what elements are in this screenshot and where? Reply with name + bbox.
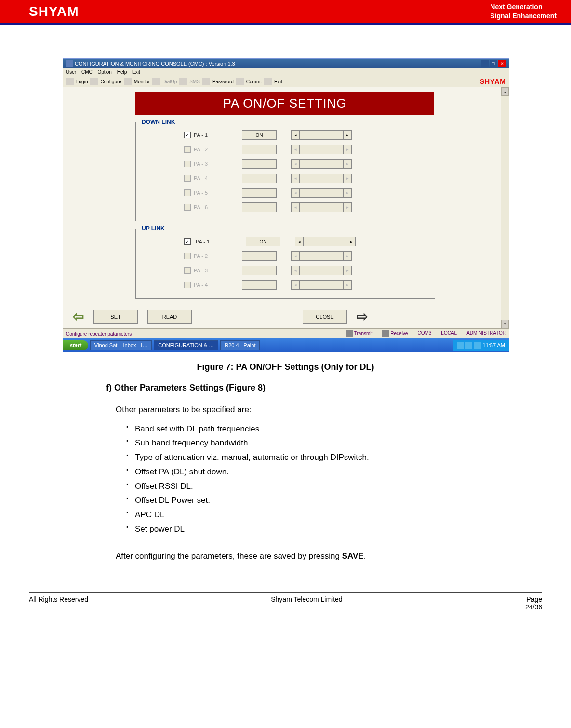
- pa-label: PA - 4: [194, 175, 227, 181]
- statusbar: Configure repeater patameters Transmit R…: [63, 328, 509, 338]
- list-item: Type of attenuation viz. manual, automat…: [135, 450, 508, 465]
- pa-status: [242, 266, 277, 275]
- figure-caption: Figure 7: PA ON/OFF Settings (Only for D…: [63, 362, 508, 372]
- password-icon[interactable]: [202, 78, 210, 85]
- slider-left-icon: ◂: [291, 145, 300, 154]
- maximize-icon[interactable]: □: [490, 60, 497, 67]
- list-item: Set power DL: [135, 522, 508, 537]
- pa-slider: ◂ ▸: [291, 202, 352, 212]
- tray-icon[interactable]: [465, 342, 472, 349]
- slider-left-icon[interactable]: ◂: [291, 130, 300, 140]
- pa-row: PA - 4 ◂ ▸: [184, 279, 425, 291]
- password-button[interactable]: Password: [212, 79, 234, 84]
- comm-button[interactable]: Comm.: [246, 79, 262, 84]
- pa-label: PA - 1: [194, 238, 231, 245]
- menu-help[interactable]: Help: [117, 69, 127, 75]
- scroll-down-icon[interactable]: ▾: [501, 320, 509, 328]
- task-item[interactable]: R20 4 - Paint: [220, 340, 260, 350]
- pa-slider: ◂ ▸: [291, 145, 352, 154]
- set-button[interactable]: SET: [93, 310, 138, 324]
- pa-checkbox: [184, 267, 191, 274]
- downlink-group: DOWN LINK ✓ PA - 1 ON ◂ ▸ PA - 2 ◂ ▸ PA …: [135, 122, 435, 221]
- pa-row: PA - 6 ◂ ▸: [184, 202, 425, 213]
- status-message: Configure repeater patameters: [66, 331, 132, 337]
- slider-left-icon: ◂: [291, 251, 300, 261]
- slider-left-icon[interactable]: ◂: [295, 237, 304, 246]
- exit-button[interactable]: Exit: [274, 79, 282, 84]
- close-button[interactable]: CLOSE: [303, 310, 347, 324]
- pa-row: ✓ PA - 1 ON ◂ ▸: [184, 129, 425, 141]
- close-icon[interactable]: ✕: [498, 60, 506, 67]
- next-arrow-icon[interactable]: ⇨: [357, 309, 368, 324]
- pa-checkbox[interactable]: ✓: [184, 132, 191, 138]
- configure-button[interactable]: Configure: [100, 79, 121, 84]
- slider-right-icon: ▸: [343, 188, 352, 198]
- scrollbar[interactable]: ▴ ▾: [501, 87, 509, 328]
- pa-checkbox[interactable]: ✓: [184, 238, 191, 245]
- prev-arrow-icon[interactable]: ⇦: [73, 309, 84, 324]
- menubar: User CMC Option Help Exit: [63, 68, 509, 76]
- pa-slider: ◂ ▸: [291, 251, 352, 261]
- comm-icon[interactable]: [236, 78, 244, 85]
- pa-checkbox: [184, 161, 191, 167]
- panel-title: PA ON/OF SETTING: [135, 92, 434, 115]
- monitor-button[interactable]: Monitor: [134, 79, 150, 84]
- menu-user[interactable]: User: [66, 69, 76, 75]
- list-item: Offset PA (DL) shut down.: [135, 465, 508, 479]
- slider-left-icon: ◂: [291, 280, 300, 290]
- slider-track: [300, 188, 343, 198]
- configure-icon[interactable]: [90, 78, 98, 85]
- pa-slider: ◂ ▸: [291, 266, 352, 275]
- slider-right-icon[interactable]: ▸: [347, 237, 356, 246]
- receive-indicator: Receive: [382, 330, 408, 337]
- titlebar: CONFIGURATION & MONITORING CONSOLE (CMC)…: [63, 59, 509, 68]
- dialup-button: DialUp: [162, 79, 177, 84]
- receive-icon: [382, 330, 389, 337]
- slider-left-icon: ◂: [291, 159, 300, 169]
- slider-right-icon: ▸: [343, 159, 352, 169]
- start-button[interactable]: start: [63, 340, 88, 350]
- minimize-icon[interactable]: _: [481, 60, 489, 67]
- slider-track: [300, 174, 343, 183]
- pa-row: ✓ PA - 1 ON ◂ ▸: [184, 236, 425, 247]
- scroll-up-icon[interactable]: ▴: [501, 87, 509, 96]
- pa-status: [242, 188, 277, 198]
- slider-right-icon: ▸: [343, 174, 352, 183]
- pa-status: ON: [242, 130, 277, 140]
- tagline: Next GenerationSignal Enhancement: [490, 2, 557, 20]
- list-item: Offset RSSI DL.: [135, 479, 508, 494]
- pa-label: PA - 3: [194, 161, 227, 167]
- uplink-legend: UP LINK: [140, 225, 167, 232]
- slider-right-icon: ▸: [343, 145, 352, 154]
- monitor-icon[interactable]: [124, 78, 132, 85]
- pa-slider: ◂ ▸: [291, 188, 352, 198]
- task-item[interactable]: Vinod Sati - Inbox - I…: [90, 340, 152, 350]
- pa-status: [242, 145, 277, 154]
- system-tray[interactable]: 11:57 AM: [453, 340, 509, 351]
- pa-row: PA - 4 ◂ ▸: [184, 173, 425, 184]
- menu-option[interactable]: Option: [97, 69, 111, 75]
- content-area: PA ON/OF SETTING DOWN LINK ✓ PA - 1 ON ◂…: [63, 87, 509, 328]
- slider-track[interactable]: [304, 237, 347, 246]
- exit-icon[interactable]: [264, 78, 272, 85]
- window-title: CONFIGURATION & MONITORING CONSOLE (CMC)…: [75, 61, 235, 67]
- menu-cmc[interactable]: CMC: [81, 69, 93, 75]
- page-footer: All Rights Reserved Shyam Telecom Limite…: [29, 592, 542, 620]
- read-button[interactable]: READ: [147, 310, 192, 324]
- login-button[interactable]: Login: [76, 79, 88, 84]
- downlink-legend: DOWN LINK: [140, 119, 177, 125]
- pa-slider[interactable]: ◂ ▸: [291, 130, 352, 140]
- tray-icon[interactable]: [474, 342, 481, 349]
- menu-exit[interactable]: Exit: [132, 69, 140, 75]
- com-indicator: COM3: [417, 330, 431, 337]
- slider-track[interactable]: [300, 130, 343, 140]
- slider-right-icon: ▸: [343, 202, 352, 212]
- slider-right-icon[interactable]: ▸: [343, 130, 352, 140]
- pa-slider[interactable]: ◂ ▸: [295, 237, 356, 246]
- pa-label: PA - 4: [194, 282, 227, 288]
- brand-label: SHYAM: [480, 78, 506, 85]
- tray-icon[interactable]: [457, 342, 464, 349]
- toolbar-icon[interactable]: [66, 78, 74, 85]
- list-item: APC DL: [135, 508, 508, 522]
- task-item[interactable]: CONFIGURATION & …: [154, 340, 218, 350]
